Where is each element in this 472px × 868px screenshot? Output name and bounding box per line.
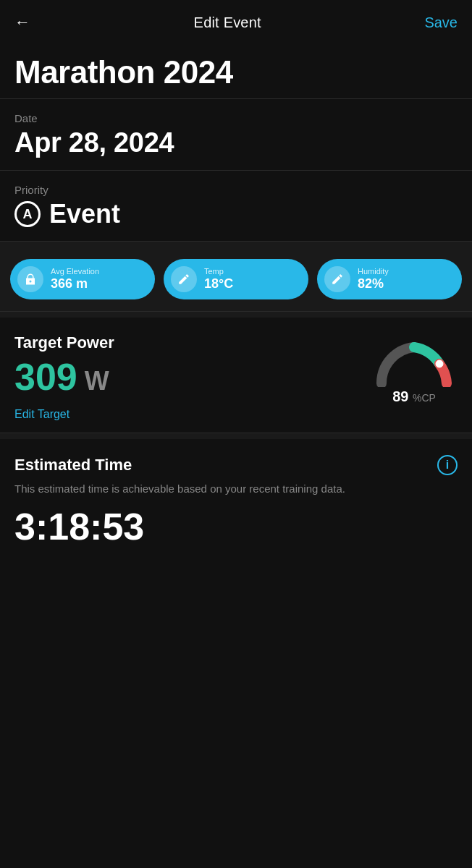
elevation-value: 366 m — [51, 276, 99, 292]
event-name: Marathon 2024 — [14, 55, 458, 90]
gauge-container — [371, 336, 458, 387]
estimated-divider — [0, 433, 472, 439]
edit-humidity-icon — [324, 266, 350, 292]
priority-value: Event — [49, 199, 120, 229]
weather-section: Avg Elevation 366 m Temp 18°C Humidity 8… — [0, 247, 472, 312]
estimated-description: This estimated time is achievable based … — [14, 481, 458, 498]
elevation-text: Avg Elevation 366 m — [51, 267, 99, 292]
lock-icon — [17, 266, 43, 292]
estimated-time-row: 3:18:53 — [14, 508, 458, 545]
temp-text: Temp 18°C — [204, 267, 233, 292]
section-divider — [0, 242, 472, 247]
humidity-pill[interactable]: Humidity 82% — [317, 259, 462, 299]
svg-point-0 — [436, 360, 443, 367]
priority-icon: A — [14, 201, 41, 227]
priority-label: Priority — [14, 184, 458, 196]
save-button[interactable]: Save — [424, 14, 458, 31]
temp-value: 18°C — [204, 276, 233, 292]
elevation-pill[interactable]: Avg Elevation 366 m — [10, 259, 155, 299]
gauge-svg — [371, 336, 458, 387]
power-heading: Target Power — [14, 333, 114, 352]
priority-section: Priority A Event — [0, 171, 472, 242]
event-name-section: Marathon 2024 — [0, 42, 472, 99]
back-button[interactable]: ← — [14, 13, 30, 32]
humidity-label: Humidity — [358, 267, 389, 276]
edit-temp-icon — [171, 266, 197, 292]
date-section: Date Apr 28, 2024 — [0, 99, 472, 171]
gauge-label: 89 %CP — [392, 388, 436, 405]
temp-label: Temp — [204, 267, 233, 276]
estimated-header: Estimated Time i — [14, 455, 458, 475]
estimated-heading: Estimated Time — [14, 456, 132, 475]
priority-row: A Event — [14, 199, 458, 229]
date-label: Date — [14, 112, 458, 124]
elevation-label: Avg Elevation — [51, 267, 99, 276]
info-icon[interactable]: i — [437, 455, 458, 475]
power-number: 309 — [14, 358, 77, 396]
header: ← Edit Event Save — [0, 0, 472, 42]
estimated-time-section: Estimated Time i This estimated time is … — [0, 439, 472, 557]
power-value-row: 309 W — [14, 358, 114, 396]
power-divider — [0, 312, 472, 318]
target-power-section: Target Power 309 W Edit Target 89 %CP — [0, 318, 472, 433]
power-left: Target Power 309 W Edit Target — [14, 333, 114, 421]
page-title: Edit Event — [194, 14, 261, 31]
back-arrow-icon: ← — [14, 13, 30, 32]
humidity-text: Humidity 82% — [358, 267, 389, 292]
date-value: Apr 28, 2024 — [14, 127, 458, 158]
temp-pill[interactable]: Temp 18°C — [164, 259, 308, 299]
humidity-value: 82% — [358, 276, 389, 292]
estimated-time-value: 3:18:53 — [14, 508, 144, 545]
power-unit: W — [85, 366, 109, 396]
power-gauge: 89 %CP — [371, 336, 458, 405]
edit-target-link[interactable]: Edit Target — [14, 408, 114, 421]
